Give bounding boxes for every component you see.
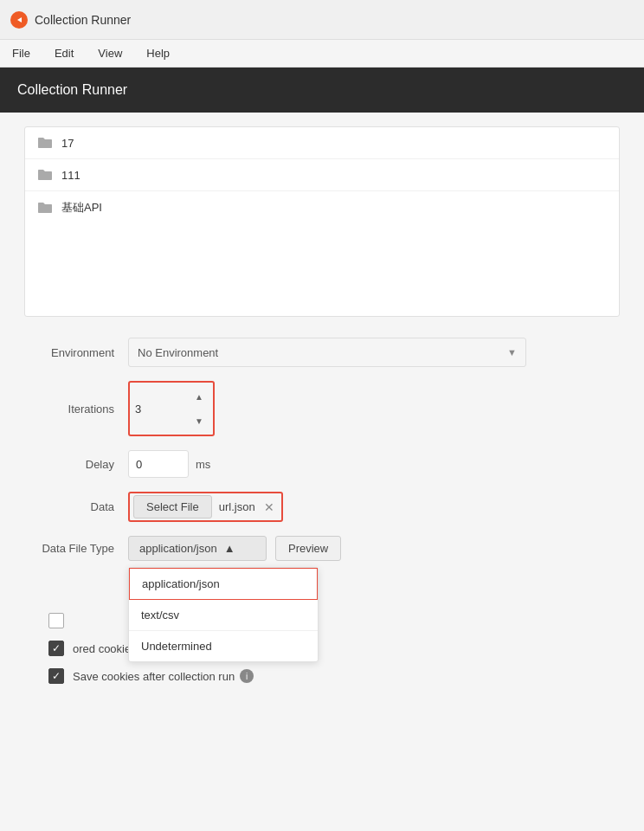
environment-value: No Environment: [138, 346, 218, 359]
file-type-arrow: ▲: [224, 542, 235, 555]
iterations-input[interactable]: [135, 396, 187, 421]
data-file-type-row: Data File Type application/json ▲ Previe…: [24, 536, 620, 561]
menu-view[interactable]: View: [93, 43, 127, 63]
environment-label: Environment: [24, 346, 128, 359]
title-bar: Collection Runner: [0, 0, 644, 40]
environment-dropdown[interactable]: No Environment ▼: [128, 338, 526, 367]
environment-row: Environment No Environment ▼: [24, 338, 620, 367]
data-file-label: Data: [24, 500, 128, 513]
checkbox-persist-cookies[interactable]: [48, 641, 64, 656]
file-type-dropdown-menu: application/json text/csv Undetermined: [128, 567, 319, 662]
select-file-button[interactable]: Select File: [133, 495, 212, 519]
collection-name-jichu: 基础API: [61, 200, 102, 216]
delay-row: Delay ms: [24, 450, 620, 478]
iterations-label: Iterations: [24, 403, 128, 416]
collections-panel: 17 111 基础API: [24, 126, 620, 317]
collection-name-17: 17: [61, 137, 74, 150]
checkbox-save-cookies-label: Save cookies after collection run: [73, 670, 235, 683]
folder-icon-17: [37, 136, 53, 150]
iterations-row: Iterations ▲ ▼: [24, 381, 620, 436]
checkbox-keep-variables[interactable]: [48, 613, 64, 628]
dropdown-option-json[interactable]: application/json: [129, 568, 318, 600]
dropdown-option-undetermined[interactable]: Undetermined: [129, 631, 318, 661]
iterations-group: ▲ ▼: [128, 381, 215, 436]
app-header-title: Collection Runner: [17, 82, 127, 98]
data-file-row: Data Select File url.json ✕: [24, 492, 620, 522]
file-name-display: url.json: [219, 500, 255, 513]
clear-file-button[interactable]: ✕: [261, 499, 278, 516]
collection-name-111: 111: [61, 169, 80, 182]
menu-file[interactable]: File: [7, 43, 35, 63]
menu-edit[interactable]: Edit: [49, 43, 79, 63]
collection-item-jichu[interactable]: 基础API: [25, 191, 619, 224]
main-content: 17 111 基础API Environment No Environment …: [0, 126, 644, 703]
delay-label: Delay: [24, 458, 128, 471]
file-type-group: application/json ▲ Preview application/j…: [128, 536, 341, 561]
form-section: Environment No Environment ▼ Iterations …: [0, 331, 644, 703]
menu-help[interactable]: Help: [141, 43, 175, 63]
folder-icon-111: [37, 168, 53, 182]
app-title: Collection Runner: [35, 13, 131, 27]
environment-dropdown-arrow: ▼: [507, 347, 517, 358]
dropdown-option-csv[interactable]: text/csv: [129, 600, 318, 631]
data-file-group: Select File url.json ✕: [128, 492, 283, 522]
app-header: Collection Runner: [0, 68, 644, 113]
checkbox-persist-cookies-label: ored cookies: [73, 642, 137, 655]
checkbox-row-save-cookies: Save cookies after collection run i: [24, 668, 620, 684]
file-type-dropdown[interactable]: application/json ▲: [128, 536, 267, 561]
delay-input[interactable]: [128, 450, 189, 478]
folder-icon-jichu: [37, 201, 53, 215]
checkbox-row-keep-variables: [24, 613, 620, 628]
collection-item-17[interactable]: 17: [25, 127, 619, 159]
delay-unit: ms: [196, 458, 210, 471]
data-file-type-label: Data File Type: [24, 542, 128, 555]
postman-icon: [10, 11, 28, 29]
preview-button[interactable]: Preview: [275, 536, 341, 561]
iterations-up[interactable]: ▲: [190, 384, 208, 409]
file-type-value: application/json: [139, 542, 217, 555]
menu-bar: File Edit View Help: [0, 40, 644, 68]
collection-item-111[interactable]: 111: [25, 159, 619, 191]
checkbox-row-persist-cookies: ored cookies: [24, 641, 620, 656]
save-cookies-info-icon[interactable]: i: [240, 669, 254, 683]
iterations-down[interactable]: ▼: [190, 409, 208, 433]
checkbox-save-cookies[interactable]: [48, 668, 64, 684]
